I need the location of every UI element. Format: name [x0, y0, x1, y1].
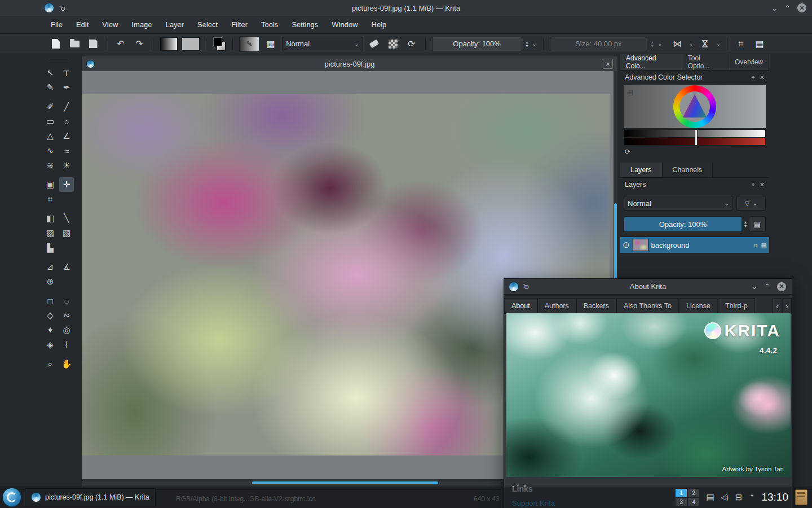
- tab-third-party[interactable]: Third-p: [718, 298, 755, 313]
- menu-help[interactable]: Help: [365, 16, 394, 34]
- pattern-swatch[interactable]: [182, 37, 200, 51]
- open-button[interactable]: [67, 37, 82, 51]
- save-button[interactable]: [86, 37, 100, 51]
- tab-authors[interactable]: Authors: [537, 298, 576, 313]
- horizontal-scrollbar-thumb[interactable]: [252, 481, 438, 484]
- network-icon[interactable]: ⊟: [735, 492, 743, 502]
- tool-crop[interactable]: ⌗: [43, 192, 58, 207]
- tool-polyline[interactable]: ∠: [59, 129, 74, 143]
- layer-row-background[interactable]: ⊙ background α ▦: [620, 237, 769, 253]
- mirror-horizontal-button[interactable]: ⋈: [670, 37, 685, 51]
- minimize-button[interactable]: ⌄: [771, 4, 778, 12]
- mirror-horizontal-caret-icon[interactable]: ⌄: [689, 41, 693, 47]
- tab-about[interactable]: About: [504, 298, 537, 313]
- layer-list-settings-button[interactable]: ▤: [749, 216, 766, 232]
- tool-color-sampler[interactable]: ╲: [59, 211, 74, 226]
- maximize-button[interactable]: ⌃: [764, 282, 770, 291]
- tool-gradient[interactable]: ◧: [43, 211, 58, 226]
- dialog-titlebar[interactable]: ⚲ About Krita ⌄ ⌃ ✕: [504, 279, 792, 295]
- gradient-swatch[interactable]: [160, 37, 178, 51]
- close-button[interactable]: ✕: [797, 3, 806, 12]
- menu-file[interactable]: File: [44, 16, 69, 34]
- menu-layer[interactable]: Layer: [158, 16, 191, 34]
- menu-edit[interactable]: Edit: [69, 16, 95, 34]
- tool-move[interactable]: ✛: [59, 177, 74, 192]
- tool-similar-color-select[interactable]: ◎: [59, 323, 74, 338]
- layer-opacity-slider[interactable]: Opacity: 100%: [624, 216, 742, 232]
- tool-ellipse[interactable]: ○: [59, 114, 74, 129]
- shade-selector[interactable]: ▤: [624, 85, 766, 128]
- opacity-spinner[interactable]: ▴ ▾: [526, 40, 528, 48]
- tab-tool-options[interactable]: Tool Optio...: [682, 54, 729, 70]
- layers-header[interactable]: Layers ⌖ ✕: [620, 178, 769, 191]
- reload-preset-button[interactable]: ⟳: [404, 37, 419, 51]
- tray-expander-icon[interactable]: ⌃: [749, 493, 754, 501]
- tab-overview[interactable]: Overview: [729, 54, 769, 70]
- float-docker-icon[interactable]: ⌖: [752, 181, 755, 189]
- opacity-caret-icon[interactable]: ⌄: [532, 41, 537, 47]
- mirror-vertical-button[interactable]: ⋈: [698, 37, 712, 51]
- menu-image[interactable]: Image: [125, 16, 158, 34]
- layer-blending-mode-dropdown[interactable]: Normal ⌄: [624, 196, 733, 211]
- opacity-slider[interactable]: Opacity: 100%: [432, 37, 522, 51]
- menu-settings[interactable]: Settings: [285, 16, 325, 34]
- tool-measure[interactable]: ∡: [59, 260, 74, 274]
- tool-pan[interactable]: ✋: [59, 357, 74, 371]
- tool-ellipse-select[interactable]: ◌: [59, 294, 74, 308]
- tool-assistants[interactable]: ⊿: [43, 260, 58, 274]
- tab-channels[interactable]: Channels: [663, 163, 713, 177]
- mirror-vertical-caret-icon[interactable]: ⌄: [716, 41, 721, 47]
- tool-line[interactable]: ╱: [59, 99, 74, 114]
- tool-contiguous-select[interactable]: ✦: [43, 323, 58, 338]
- device-notifier-icon[interactable]: [795, 489, 807, 505]
- size-spinner[interactable]: ▴ ▾: [651, 40, 654, 48]
- menu-filter[interactable]: Filter: [224, 16, 254, 34]
- tool-dynamic-brush[interactable]: ≋: [43, 158, 58, 173]
- tool-rectangle[interactable]: ▭: [43, 114, 58, 129]
- tab-advanced-color-selector[interactable]: Advanced Colo...: [620, 54, 682, 70]
- inherit-alpha-icon[interactable]: α: [754, 242, 757, 248]
- brush-presets-button[interactable]: ▦: [263, 37, 278, 51]
- minimal-shade-strips[interactable]: [624, 129, 766, 146]
- menu-tools[interactable]: Tools: [254, 16, 285, 34]
- vertical-scrollbar-thumb[interactable]: [614, 203, 617, 289]
- volume-icon[interactable]: ◁): [721, 493, 729, 501]
- tool-calligraphy[interactable]: ✒: [59, 80, 74, 95]
- layer-visibility-icon[interactable]: ⊙: [623, 240, 630, 250]
- color-triangle[interactable]: [681, 93, 708, 120]
- eraser-toggle[interactable]: [367, 37, 382, 51]
- blending-mode-dropdown[interactable]: Normal ⌄: [282, 37, 363, 51]
- tool-polygon[interactable]: △: [43, 129, 58, 143]
- close-docker-icon[interactable]: ✕: [760, 74, 765, 81]
- tool-zoom[interactable]: ⌕: [43, 357, 58, 371]
- close-docker-icon[interactable]: ✕: [760, 181, 765, 189]
- tool-freehand-brush[interactable]: ✐: [43, 99, 58, 114]
- new-document-button[interactable]: [48, 37, 63, 51]
- menu-window[interactable]: Window: [325, 16, 364, 34]
- toolbox-handle[interactable]: [48, 59, 69, 62]
- layer-opacity-spinner[interactable]: ▴ ▾: [744, 220, 747, 228]
- tool-polygonal-select[interactable]: ◇: [43, 308, 58, 323]
- tab-scroll-right-icon[interactable]: ›: [782, 298, 792, 313]
- undo-button[interactable]: ↶: [113, 37, 128, 51]
- app-launcher-icon[interactable]: [2, 488, 21, 507]
- close-button[interactable]: ✕: [777, 282, 786, 291]
- desktop-4[interactable]: 4: [688, 498, 699, 506]
- desktop-3[interactable]: 3: [676, 498, 687, 506]
- size-slider[interactable]: Size: 40.00 px: [550, 37, 647, 51]
- tool-transform[interactable]: ▣: [43, 177, 58, 192]
- layer-filter-button[interactable]: ▽ ⌄: [736, 196, 766, 211]
- brush-editor-button[interactable]: ✎: [239, 36, 259, 52]
- acs-header[interactable]: Advanced Color Selector ⌖ ✕: [620, 71, 769, 84]
- tab-backers[interactable]: Backers: [576, 298, 616, 313]
- tool-edit-shapes[interactable]: ✎: [43, 80, 58, 95]
- acs-refresh-icon[interactable]: ⟳: [625, 148, 634, 156]
- taskbar-task-krita[interactable]: pictures-09f.jpg (1.1 MiB) — Krita: [25, 488, 156, 506]
- tool-freehand-path[interactable]: ≈: [59, 143, 74, 158]
- tab-also-thanks-to[interactable]: Also Thanks To: [616, 298, 679, 313]
- menu-select[interactable]: Select: [191, 16, 224, 34]
- float-docker-icon[interactable]: ⌖: [752, 74, 755, 81]
- tool-fill[interactable]: ▙: [43, 240, 58, 255]
- workspace-chooser-button[interactable]: ▤: [752, 37, 767, 51]
- redo-button[interactable]: ↷: [132, 37, 147, 51]
